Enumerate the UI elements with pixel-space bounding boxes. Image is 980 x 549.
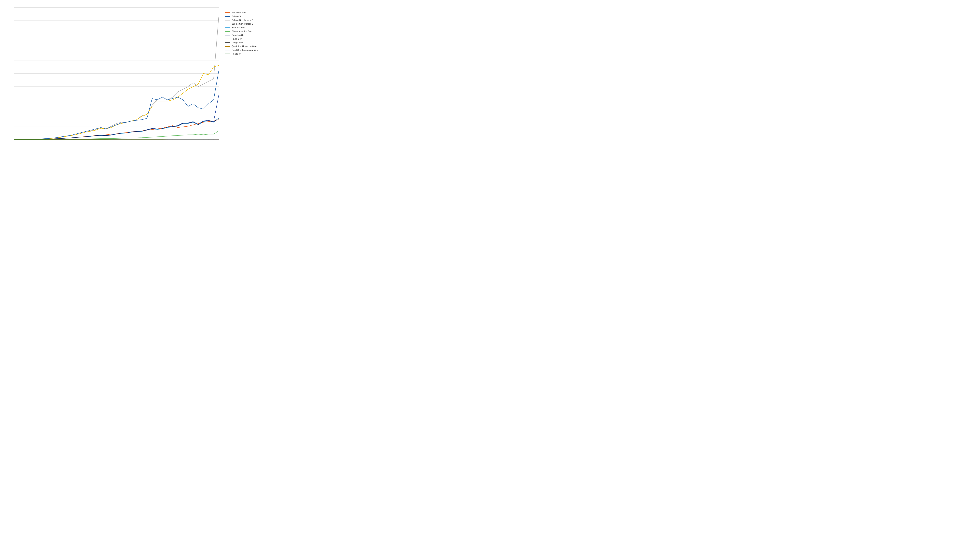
- legend-label: Counting Sort: [232, 34, 245, 36]
- legend-color: [225, 24, 230, 24]
- legend-item: Insertion Sort: [225, 26, 272, 29]
- legend-item: Bubble Sort Iverson 1: [225, 19, 272, 21]
- legend-label: Binary Insertion Sort: [232, 30, 252, 32]
- legend-color: [225, 13, 230, 13]
- legend-color: [225, 39, 230, 39]
- legend-color: [225, 54, 230, 54]
- legend-item: QuickSort Hoare partition: [225, 45, 272, 48]
- legend-label: Merge Sort: [232, 41, 243, 44]
- legend-item: Selection Sort: [225, 11, 272, 14]
- legend-color: [225, 27, 230, 28]
- legend-label: QuickSort Lomuto partition: [232, 49, 258, 51]
- legend-color: [225, 46, 230, 47]
- legend-color: [225, 50, 230, 51]
- legend-label: HeapSort: [232, 52, 241, 55]
- legend-label: Bubble Sort: [232, 15, 243, 17]
- legend-label: Selection Sort: [232, 11, 246, 14]
- legend-item: Bubble Sort Iverson 2: [225, 23, 272, 25]
- legend-color: [225, 42, 230, 43]
- chart-title: [2, 2, 274, 4]
- legend-item: HeapSort: [225, 52, 272, 55]
- plot-area: 010,00020,00030,00040,00050,00060,00070,…: [14, 6, 221, 140]
- legend: Selection SortBubble SortBubble Sort Ive…: [225, 11, 272, 56]
- chart-svg: 010,00020,00030,00040,00050,00060,00070,…: [14, 6, 221, 140]
- chart-area: 010,00020,00030,00040,00050,00060,00070,…: [2, 6, 274, 149]
- legend-item: Merge Sort: [225, 41, 272, 44]
- legend-color: [225, 35, 230, 35]
- legend-color: [225, 16, 230, 17]
- legend-item: QuickSort Lomuto partition: [225, 49, 272, 51]
- legend-item: Bubble Sort: [225, 15, 272, 17]
- legend-color: [225, 31, 230, 32]
- legend-color: [225, 20, 230, 21]
- legend-label: Bubble Sort Iverson 2: [232, 23, 253, 25]
- chart-container: 010,00020,00030,00040,00050,00060,00070,…: [2, 2, 274, 155]
- legend-item: Radix Sort: [225, 38, 272, 40]
- legend-label: Insertion Sort: [232, 26, 245, 29]
- legend-label: Radix Sort: [232, 38, 242, 40]
- legend-item: Binary Insertion Sort: [225, 30, 272, 32]
- legend-item: Counting Sort: [225, 34, 272, 36]
- legend-label: Bubble Sort Iverson 1: [232, 19, 253, 21]
- legend-label: QuickSort Hoare partition: [232, 45, 257, 48]
